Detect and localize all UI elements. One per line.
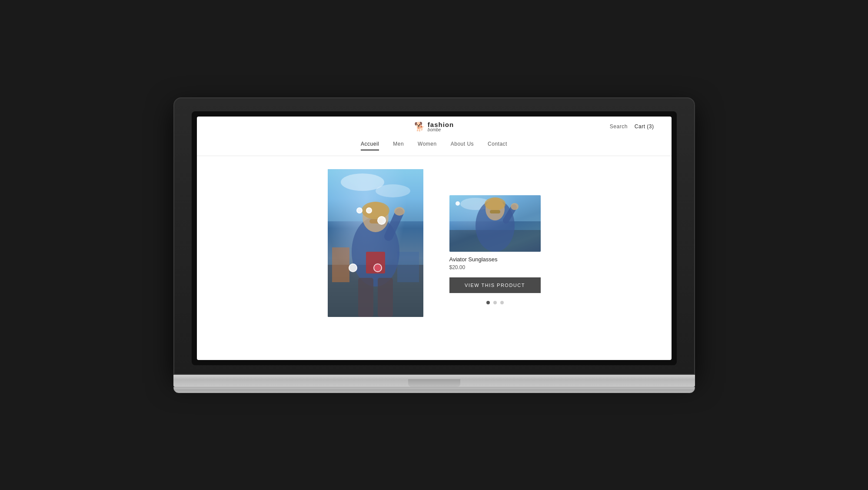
product-card: Aviator Sunglasses $20.00 VIEW THIS PROD… bbox=[449, 195, 541, 304]
logo-icon: 🐕 fashion bombe bbox=[414, 121, 454, 132]
svg-point-20 bbox=[485, 197, 506, 210]
product-image bbox=[449, 195, 541, 252]
product-name: Aviator Sunglasses bbox=[449, 256, 541, 263]
svg-rect-13 bbox=[378, 278, 393, 317]
carousel-dots bbox=[449, 301, 541, 304]
svg-rect-21 bbox=[490, 210, 500, 213]
nav-item-men[interactable]: Men bbox=[393, 141, 404, 150]
hotspot-2[interactable] bbox=[356, 207, 362, 213]
product-figure-svg bbox=[449, 195, 541, 252]
svg-rect-12 bbox=[358, 278, 373, 317]
view-product-button[interactable]: VIEW THIS PRODUCT bbox=[449, 277, 541, 293]
product-hotspot[interactable] bbox=[456, 201, 460, 206]
svg-point-2 bbox=[376, 184, 410, 197]
screen-bezel: 🐕 fashion bombe Search Cart (3) bbox=[192, 111, 677, 365]
carousel-dot-3[interactable] bbox=[500, 301, 504, 304]
laptop-base bbox=[173, 375, 695, 387]
dog-icon: 🐕 bbox=[414, 121, 425, 132]
svg-rect-4 bbox=[332, 247, 349, 282]
svg-rect-5 bbox=[397, 252, 419, 282]
lookbook-figure-svg bbox=[328, 169, 423, 317]
product-price: $20.00 bbox=[449, 264, 541, 270]
svg-point-11 bbox=[394, 207, 405, 216]
search-button[interactable]: Search bbox=[610, 123, 628, 130]
hotspot-4[interactable] bbox=[349, 263, 357, 272]
svg-point-23 bbox=[511, 203, 519, 210]
screen: 🐕 fashion bombe Search Cart (3) bbox=[197, 117, 672, 360]
carousel-dot-2[interactable] bbox=[493, 301, 497, 304]
carousel-dot-1[interactable] bbox=[486, 301, 490, 304]
site-nav: Accueil Men Women About Us Contact bbox=[197, 137, 672, 156]
lookbook-image bbox=[328, 169, 423, 317]
laptop-body: 🐕 fashion bombe Search Cart (3) bbox=[173, 97, 695, 375]
site-header: 🐕 fashion bombe Search Cart (3) bbox=[197, 117, 672, 137]
main-content: Aviator Sunglasses $20.00 VIEW THIS PROD… bbox=[197, 156, 672, 339]
laptop-notch bbox=[408, 379, 460, 387]
logo[interactable]: 🐕 fashion bombe bbox=[414, 121, 454, 132]
hotspot-3[interactable] bbox=[366, 207, 372, 213]
header-actions: Search Cart (3) bbox=[610, 123, 654, 130]
product-panel: Aviator Sunglasses $20.00 VIEW THIS PROD… bbox=[449, 169, 541, 304]
nav-item-women[interactable]: Women bbox=[418, 141, 437, 150]
laptop-bottom bbox=[173, 387, 695, 393]
cart-button[interactable]: Cart (3) bbox=[635, 123, 654, 130]
nav-item-accueil[interactable]: Accueil bbox=[361, 141, 379, 150]
nav-item-about[interactable]: About Us bbox=[451, 141, 474, 150]
laptop-container: 🐕 fashion bombe Search Cart (3) bbox=[173, 97, 695, 393]
nav-item-contact[interactable]: Contact bbox=[488, 141, 507, 150]
logo-text-group: fashion bombe bbox=[428, 121, 454, 132]
